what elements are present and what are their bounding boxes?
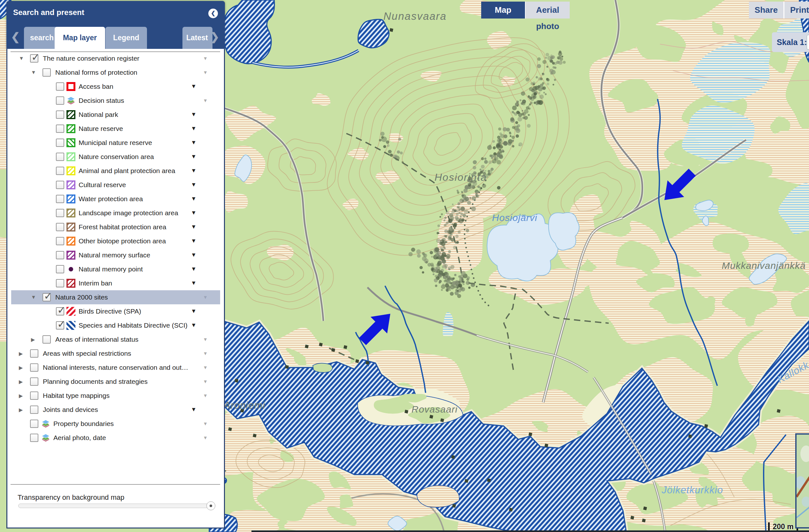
svg-text:Jölketkurkkio: Jölketkurkkio (661, 484, 723, 496)
svg-text:Nunasvaara: Nunasvaara (383, 10, 447, 22)
svg-text:Hosiojärvi: Hosiojärvi (492, 212, 537, 223)
svg-text:Rovasaari: Rovasaari (412, 404, 458, 414)
svg-text:Hosiorinta: Hosiorinta (434, 172, 487, 183)
svg-text:Mukkanivanjänkkä: Mukkanivanjänkkä (722, 260, 806, 271)
svg-text:Aroniemi: Aroniemi (223, 400, 265, 411)
